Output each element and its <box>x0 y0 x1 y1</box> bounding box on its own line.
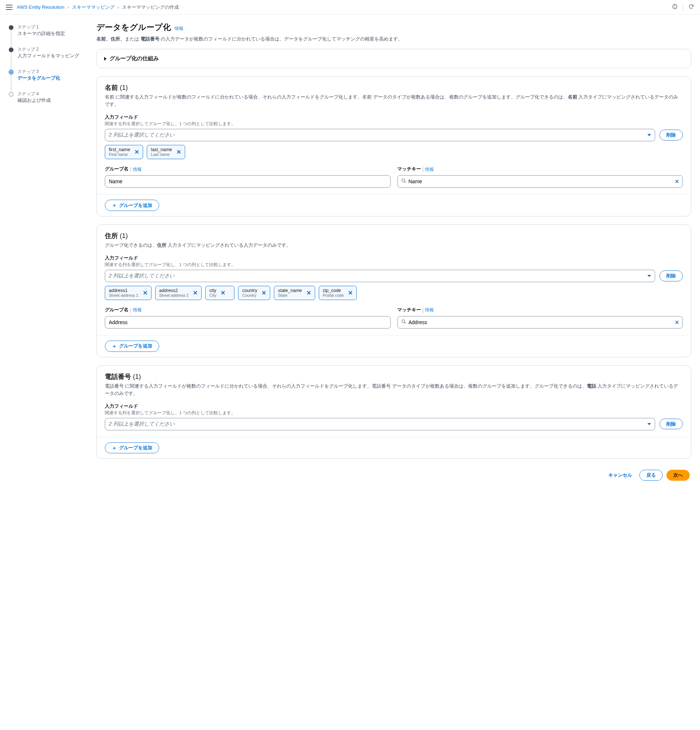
menu-icon[interactable] <box>6 5 12 10</box>
chip-last-name: last_name Last name ✕ <box>147 145 185 159</box>
back-button[interactable]: 戻る <box>639 470 663 481</box>
name-input-fields-help: 関連する列を選択してグループ化し、1 つの列として比較します。 <box>105 121 683 127</box>
wizard-stepper: ステップ 1 スキーマの詳細を指定 ステップ 2 入力フィールドをマッピング ス… <box>9 22 82 482</box>
step-4[interactable]: ステップ 4 確認および作成 <box>9 91 82 104</box>
cancel-button[interactable]: キャンセル <box>605 470 636 481</box>
address-group-name-label: グループ名 <box>105 307 129 313</box>
address-group-name-info[interactable]: 情報 <box>133 307 142 313</box>
step-1[interactable]: ステップ 1 スキーマの詳細を指定 <box>9 24 82 46</box>
breadcrumb-root[interactable]: AWS Entity Resolution <box>17 4 64 10</box>
multiselect-placeholder: 2 列以上を選択してください <box>109 273 175 279</box>
phone-input-fields-help: 関連する列を選択してグループ化し、1 つの列として比較します。 <box>105 410 683 416</box>
address-section-title: 住所 (1) <box>105 231 683 240</box>
chip-remove-icon[interactable]: ✕ <box>261 289 267 296</box>
clear-icon[interactable]: ✕ <box>675 320 679 325</box>
name-match-key-label: マッチキー <box>397 166 421 172</box>
phone-delete-button[interactable]: 削除 <box>659 419 683 429</box>
chip-remove-icon[interactable]: ✕ <box>305 289 312 296</box>
chip-city: cityCity ✕ <box>205 286 234 300</box>
multiselect-placeholder: 2 列以上を選択してください <box>109 421 175 428</box>
plus-icon: ＋ <box>112 202 117 209</box>
chip-remove-icon[interactable]: ✕ <box>220 289 226 296</box>
refresh-icon[interactable] <box>688 4 694 10</box>
phone-add-group-button[interactable]: ＋ グループを追加 <box>105 442 159 454</box>
address-match-key-label: マッチキー <box>397 307 421 313</box>
svg-point-2 <box>675 6 675 6</box>
phone-section-panel: 電話番号 (1) 電話番号 に関連する入力フィールドが複数のフィールドに分かれて… <box>96 365 691 459</box>
next-button[interactable]: 次へ <box>666 470 690 481</box>
main-content: データをグループ化 情報 名前、住所、または 電話番号 の入力データが複数のフィ… <box>96 22 691 482</box>
step-3[interactable]: ステップ 3 データをグループ化 <box>9 69 82 91</box>
name-add-group-button[interactable]: ＋ グループを追加 <box>105 200 159 211</box>
phone-section-desc: 電話番号 に関連する入力フィールドが複数のフィールドに分かれている場合、それらの… <box>105 383 683 397</box>
chip-address1: address1Street address 1 ✕ <box>105 286 152 300</box>
name-multiselect[interactable]: 2 列以上を選択してください <box>105 129 655 141</box>
address-input-fields-label: 入力フィールド <box>105 255 683 261</box>
page-header: データをグループ化 情報 名前、住所、または 電話番号 の入力データが複数のフィ… <box>96 22 691 42</box>
chip-remove-icon[interactable]: ✕ <box>192 289 198 296</box>
chip-remove-icon[interactable]: ✕ <box>347 289 354 296</box>
wizard-footer: キャンセル 戻る 次へ <box>96 467 691 482</box>
page-title: データをグループ化 <box>96 22 171 33</box>
breadcrumb-schema-mapping[interactable]: スキーママッピング <box>72 4 115 10</box>
name-match-key-info[interactable]: 情報 <box>425 166 434 173</box>
how-it-works-title: グループ化の仕組み <box>110 55 159 62</box>
phone-section-title: 電話番号 (1) <box>105 372 683 381</box>
address-multiselect[interactable]: 2 列以上を選択してください <box>105 270 655 282</box>
chip-remove-icon[interactable]: ✕ <box>175 149 182 155</box>
how-it-works-toggle[interactable]: グループ化の仕組み <box>97 49 691 68</box>
page-subtitle: 名前、住所、または 電話番号 の入力データが複数のフィールドに分かれている場合は… <box>96 36 691 42</box>
address-match-key-info[interactable]: 情報 <box>425 307 434 313</box>
phone-input-fields-label: 入力フィールド <box>105 403 683 410</box>
chip-address2: address2Street address 2 ✕ <box>155 286 202 300</box>
chevron-down-icon <box>647 134 651 136</box>
address-group-name-input[interactable] <box>105 316 391 328</box>
chip-country: countryCountry ✕ <box>238 286 270 300</box>
name-group-name-info[interactable]: 情報 <box>133 166 142 173</box>
breadcrumb-current: スキーママッピングの作成 <box>122 4 179 10</box>
address-match-key-input[interactable] <box>397 316 683 328</box>
address-add-group-button[interactable]: ＋ グループを追加 <box>105 340 159 352</box>
chevron-down-icon <box>647 275 651 277</box>
how-it-works-panel: グループ化の仕組み <box>96 49 691 68</box>
breadcrumb: AWS Entity Resolution › スキーママッピング › スキーマ… <box>17 4 668 10</box>
name-chips: first_name First name ✕ last_name Last n… <box>105 145 683 159</box>
page-info-link[interactable]: 情報 <box>175 26 183 31</box>
plus-icon: ＋ <box>112 343 117 349</box>
caret-right-icon <box>104 57 107 61</box>
name-section-panel: 名前 (1) 名前 に関連する入力フィールドが複数のフィールドに分かれている場合… <box>96 76 691 216</box>
name-section-title: 名前 (1) <box>105 83 683 92</box>
chip-remove-icon[interactable]: ✕ <box>142 289 148 296</box>
chip-state-name: state_nameState ✕ <box>274 286 315 300</box>
address-section-panel: 住所 (1) グループ化できるのは、住所 入力タイプにマッピングされている入力デ… <box>96 225 691 357</box>
step-2[interactable]: ステップ 2 入力フィールドをマッピング <box>9 46 82 69</box>
clear-icon[interactable]: ✕ <box>675 178 679 184</box>
address-input-fields-help: 関連する列を選択してグループ化し、1 つの列として比較します。 <box>105 262 683 267</box>
top-actions <box>672 4 694 10</box>
plus-icon: ＋ <box>112 445 117 451</box>
name-group-name-label: グループ名 <box>105 166 129 172</box>
chevron-right-icon: › <box>67 4 69 10</box>
info-icon[interactable] <box>672 4 678 10</box>
chip-zip-code: zip_codePostal code ✕ <box>319 286 357 300</box>
multiselect-placeholder: 2 列以上を選択してください <box>109 132 175 138</box>
chip-remove-icon[interactable]: ✕ <box>134 149 140 155</box>
chip-first-name: first_name First name ✕ <box>105 145 143 159</box>
divider <box>683 4 683 10</box>
address-section-desc: グループ化できるのは、住所 入力タイプにマッピングされている入力データのみです。 <box>105 242 683 249</box>
name-delete-button[interactable]: 削除 <box>659 130 683 140</box>
name-input-fields-label: 入力フィールド <box>105 114 683 120</box>
address-delete-button[interactable]: 削除 <box>659 270 683 282</box>
name-section-desc: 名前 に関連する入力フィールドが複数のフィールドに分かれている場合、それらの入力… <box>105 93 683 108</box>
phone-multiselect[interactable]: 2 列以上を選択してください <box>105 418 655 430</box>
topbar: AWS Entity Resolution › スキーママッピング › スキーマ… <box>0 0 700 15</box>
chevron-down-icon <box>647 423 651 425</box>
name-group-name-input[interactable] <box>105 175 391 188</box>
name-match-key-input[interactable] <box>397 175 683 188</box>
address-chips: address1Street address 1 ✕ address2Stree… <box>105 286 683 300</box>
chevron-right-icon: › <box>118 4 119 10</box>
